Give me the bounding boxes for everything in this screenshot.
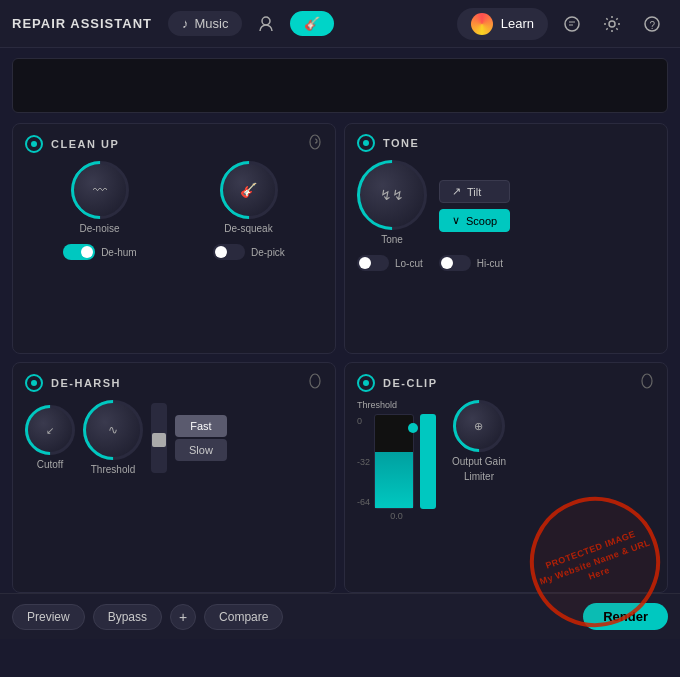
deharsh-content: ↙ Cutoff ∿ Threshold Fast Slow [25, 400, 323, 475]
slow-button[interactable]: Slow [175, 439, 227, 461]
gain-reduction-bar [420, 414, 436, 509]
music-label: Music [195, 16, 229, 31]
db-64-label: -64 [357, 497, 370, 507]
svg-point-1 [565, 17, 579, 31]
output-gain-knob[interactable]: ⊕ [453, 400, 505, 452]
threshold-knob-container: ∿ Threshold [83, 400, 143, 475]
svg-point-5 [310, 135, 320, 149]
scoop-button[interactable]: ∨ Scoop [439, 209, 510, 232]
cutoff-knob[interactable]: ↙ [25, 405, 75, 455]
render-button[interactable]: Render [583, 603, 668, 630]
declip-title: DE-CLIP [383, 377, 438, 389]
meter-value: 0.0 [357, 511, 436, 521]
threshold-icon: ∿ [108, 423, 118, 437]
bypass-button[interactable]: Bypass [93, 604, 162, 630]
hicut-toggle-row: Hi-cut [439, 255, 503, 271]
tone-icon: ↯↯ [380, 187, 404, 203]
cleanup-header: CLEAN UP [25, 134, 323, 153]
declip-header: DE-CLIP [357, 373, 655, 392]
fast-slow-buttons: Fast Slow [175, 415, 227, 461]
cleanup-power-button[interactable] [25, 135, 43, 153]
tone-label: Tone [381, 234, 403, 245]
declip-content: Threshold 0 -32 -64 0.0 [357, 400, 655, 521]
learn-label: Learn [501, 16, 534, 31]
music-button[interactable]: ♪ Music [168, 11, 242, 36]
help-icon-button[interactable]: ? [636, 8, 668, 40]
threshold-header: Threshold [357, 400, 436, 410]
dehum-toggle[interactable] [63, 244, 95, 260]
denoise-knob[interactable]: 〰 [71, 161, 129, 219]
declip-power-button[interactable] [357, 374, 375, 392]
learn-icon [471, 13, 493, 35]
cleanup-toggles: De-hum De-pick [25, 240, 323, 260]
main-grid: CLEAN UP 〰 De-noise 🎸 De-squeak [12, 123, 668, 593]
desqueak-knob[interactable]: 🎸 [220, 161, 278, 219]
app-title: REPAIR ASSISTANT [12, 16, 152, 31]
cleanup-ear-button[interactable] [307, 134, 323, 153]
svg-point-2 [609, 21, 615, 27]
desqueak-knob-container: 🎸 De-squeak [220, 161, 278, 234]
meter-scale: 0 -32 -64 [357, 414, 370, 509]
scoop-label: Scoop [466, 215, 497, 227]
deharsh-power-button[interactable] [25, 374, 43, 392]
desqueak-label: De-squeak [224, 223, 272, 234]
compare-button[interactable]: Compare [204, 604, 283, 630]
deharsh-title: DE-HARSH [51, 377, 121, 389]
tilt-label: Tilt [467, 186, 481, 198]
dehum-toggle-row: De-hum [63, 244, 137, 260]
denoise-icon: 〰 [93, 182, 107, 198]
depick-toggle[interactable] [213, 244, 245, 260]
bottom-bar: Preview Bypass + Compare Render [0, 593, 680, 639]
depick-label: De-pick [251, 247, 285, 258]
instrument-icon: 🎸 [304, 16, 320, 31]
svg-point-7 [642, 374, 652, 388]
output-gain-label: Output Gain [452, 456, 506, 467]
output-gain-icon: ⊕ [474, 420, 483, 433]
dehum-label: De-hum [101, 247, 137, 258]
db-0-label: 0 [357, 416, 370, 426]
cutoff-knob-container: ↙ Cutoff [25, 405, 75, 470]
svg-point-6 [310, 374, 320, 388]
deharsh-slider[interactable] [151, 403, 167, 473]
tone-knob[interactable]: ↯↯ [357, 160, 427, 230]
deharsh-threshold-label: Threshold [91, 464, 135, 475]
scoop-icon: ∨ [452, 214, 460, 227]
limiter-label: Limiter [464, 471, 494, 482]
svg-point-0 [262, 17, 270, 25]
locut-toggle[interactable] [357, 255, 389, 271]
deharsh-header: DE-HARSH [25, 373, 323, 392]
tone-power-button[interactable] [357, 134, 375, 152]
output-gain-section: ⊕ Output Gain Limiter [452, 400, 506, 482]
hicut-toggle[interactable] [439, 255, 471, 271]
cutoff-icon: ↙ [46, 425, 54, 436]
tone-knob-container: ↯↯ Tone [357, 160, 427, 245]
denoise-knob-container: 〰 De-noise [71, 161, 129, 234]
cleanup-panel: CLEAN UP 〰 De-noise 🎸 De-squeak [12, 123, 336, 354]
deharsh-threshold-knob[interactable]: ∿ [83, 400, 143, 460]
learn-button[interactable]: Learn [457, 8, 548, 40]
deharsh-slider-thumb [152, 433, 166, 447]
waveform-display [12, 58, 668, 113]
tone-options: ↗ Tilt ∨ Scoop [439, 180, 510, 232]
settings-icon-button[interactable] [596, 8, 628, 40]
depick-toggle-row: De-pick [213, 244, 285, 260]
plus-button[interactable]: + [170, 604, 196, 630]
fast-button[interactable]: Fast [175, 415, 227, 437]
meter-section: Threshold 0 -32 -64 0.0 [357, 400, 436, 521]
tone-toggles: Lo-cut Hi-cut [357, 251, 655, 271]
denoise-label: De-noise [79, 223, 119, 234]
tone-content: ↯↯ Tone ↗ Tilt ∨ Scoop [357, 160, 655, 245]
header: REPAIR ASSISTANT ♪ Music 🎸 Learn ? [0, 0, 680, 48]
instrument-button[interactable]: 🎸 [290, 11, 334, 36]
svg-text:?: ? [650, 19, 656, 30]
declip-ear-button[interactable] [639, 373, 655, 392]
chat-icon-button[interactable] [556, 8, 588, 40]
tilt-button[interactable]: ↗ Tilt [439, 180, 510, 203]
preview-button[interactable]: Preview [12, 604, 85, 630]
cleanup-title: CLEAN UP [51, 138, 119, 150]
tone-panel: TONE ↯↯ Tone ↗ Tilt ∨ Scoop [344, 123, 668, 354]
voice-icon-button[interactable] [250, 8, 282, 40]
input-meter-bar [374, 414, 414, 509]
deharsh-ear-button[interactable] [307, 373, 323, 392]
declip-panel: DE-CLIP Threshold 0 -32 -64 [344, 362, 668, 593]
